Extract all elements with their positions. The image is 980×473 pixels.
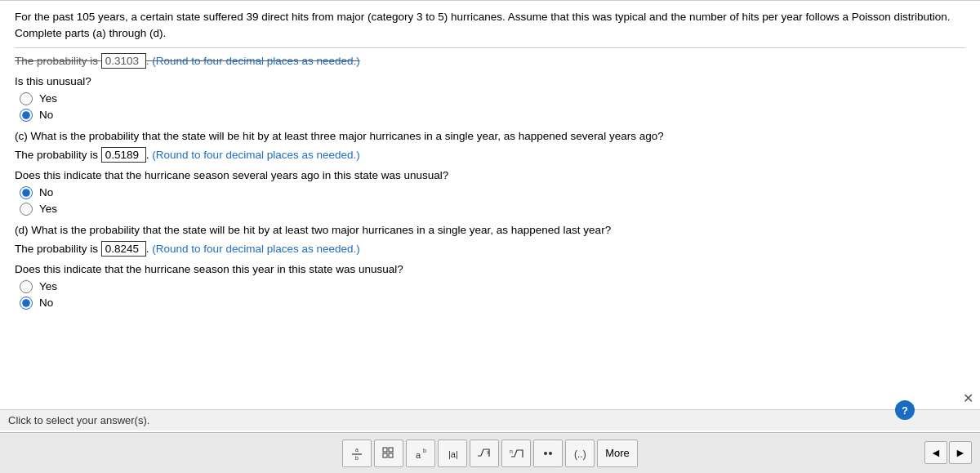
section-c-prob-label: The probability is bbox=[15, 149, 101, 161]
radio-item-yes-c[interactable]: Yes bbox=[20, 203, 965, 216]
svg-text:n: n bbox=[510, 448, 513, 454]
help-button[interactable]: ? bbox=[895, 400, 915, 420]
toolbar-btn-fraction[interactable]: a b bbox=[342, 440, 372, 467]
toolbar-btn-abs[interactable]: |a| bbox=[438, 440, 467, 467]
svg-text:a: a bbox=[355, 447, 359, 453]
radio-no-d-label: No bbox=[39, 297, 53, 309]
section-b-unusual: Is this unusual? Yes No bbox=[15, 75, 965, 122]
radio-item-no-c[interactable]: No bbox=[20, 186, 965, 199]
prev-icon: ◄ bbox=[930, 446, 942, 459]
question-header-text: For the past 105 years, a certain state … bbox=[15, 11, 951, 39]
toolbar-btn-superscript[interactable]: a b bbox=[406, 440, 435, 467]
click-to-select-bar: Click to select your answer(s). ? bbox=[0, 409, 980, 431]
radio-yes-c[interactable] bbox=[20, 203, 33, 216]
toolbar-more-button[interactable]: More bbox=[597, 440, 638, 467]
section-d-unusual-q: Does this indicate that the hurricane se… bbox=[15, 263, 965, 275]
paren-icon: (..) bbox=[572, 445, 588, 462]
unusual-question-b: Is this unusual? bbox=[15, 75, 965, 87]
radio-no-d[interactable] bbox=[20, 297, 33, 310]
radio-yes-c-label: Yes bbox=[39, 203, 57, 215]
matrix-icon bbox=[381, 445, 397, 462]
toolbar-btn-dot[interactable] bbox=[533, 440, 563, 467]
section-b-prob: The probability is 0.3103. (Round to fou… bbox=[15, 53, 965, 69]
question-header: For the past 105 years, a certain state … bbox=[15, 9, 965, 48]
svg-rect-3 bbox=[383, 448, 387, 452]
section-d-prob-line: The probability is 0.8245. (Round to fou… bbox=[15, 241, 965, 257]
prev-button[interactable]: ◄ bbox=[924, 441, 947, 464]
dot-icon bbox=[540, 445, 556, 462]
svg-text:a: a bbox=[416, 450, 421, 460]
section-d-round-note: (Round to four decimal places as needed.… bbox=[152, 243, 359, 255]
radio-item-no-d[interactable]: No bbox=[20, 297, 965, 310]
svg-text:b: b bbox=[355, 455, 359, 461]
section-d-prob-value: 0.8245 bbox=[101, 241, 146, 257]
round-note-b: (Round to four decimal places as needed.… bbox=[152, 55, 359, 67]
abs-icon: |a| bbox=[444, 445, 461, 462]
section-d: (d) What is the probability that the sta… bbox=[15, 224, 965, 310]
nthroot-icon: n bbox=[508, 445, 524, 462]
radio-yes-b[interactable] bbox=[20, 92, 33, 105]
radio-no-c[interactable] bbox=[20, 186, 33, 199]
section-c-prob-value: 0.5189 bbox=[101, 147, 146, 163]
section-c-prob-line: The probability is 0.5189. (Round to fou… bbox=[15, 147, 965, 163]
sqrt-icon: x bbox=[476, 445, 492, 462]
toolbar-btn-paren[interactable]: (..) bbox=[565, 440, 595, 467]
section-c-unusual-q: Does this indicate that the hurricane se… bbox=[15, 169, 965, 181]
toolbar-btn-sqrt[interactable]: x bbox=[470, 440, 499, 467]
svg-text:(..): (..) bbox=[574, 448, 586, 460]
section-d-prob-label: The probability is bbox=[15, 243, 101, 255]
svg-text:|a|: |a| bbox=[448, 449, 458, 459]
prob-value-b: 0.3103 bbox=[101, 53, 146, 69]
section-c: (c) What is the probability that the sta… bbox=[15, 130, 965, 216]
toolbar-btn-nthroot[interactable]: n bbox=[501, 440, 531, 467]
radio-group-d: Yes No bbox=[20, 280, 965, 310]
svg-point-12 bbox=[544, 452, 547, 455]
toolbar-center: a b a b |a| bbox=[342, 440, 638, 467]
svg-rect-4 bbox=[389, 448, 393, 452]
toolbar-btn-matrix[interactable] bbox=[374, 440, 403, 467]
prob-label-b: The probability is bbox=[15, 55, 101, 67]
radio-item-yes-d[interactable]: Yes bbox=[20, 280, 965, 293]
section-d-question: (d) What is the probability that the sta… bbox=[15, 224, 965, 236]
radio-item-no-b[interactable]: No bbox=[20, 109, 965, 122]
close-button[interactable]: ✕ bbox=[963, 390, 973, 406]
radio-group-c: No Yes bbox=[20, 186, 965, 216]
radio-yes-d-label: Yes bbox=[39, 280, 57, 292]
svg-point-13 bbox=[549, 452, 552, 455]
nav-arrows: ◄ ► bbox=[924, 432, 972, 473]
radio-yes-b-label: Yes bbox=[39, 92, 57, 105]
svg-rect-5 bbox=[383, 453, 387, 457]
section-c-question: (c) What is the probability that the sta… bbox=[15, 130, 965, 142]
radio-no-c-label: No bbox=[39, 186, 53, 199]
svg-text:b: b bbox=[423, 448, 426, 453]
radio-no-b[interactable] bbox=[20, 109, 33, 122]
fraction-icon: a b bbox=[349, 445, 365, 462]
scrolled-prob-line: The probability is 0.3103. (Round to fou… bbox=[15, 53, 965, 69]
bottom-toolbar: a b a b |a| bbox=[0, 432, 980, 473]
svg-text:x: x bbox=[487, 449, 490, 455]
radio-group-b: Yes No bbox=[20, 92, 965, 122]
section-c-round-note: (Round to four decimal places as needed.… bbox=[152, 149, 359, 161]
next-button[interactable]: ► bbox=[949, 441, 972, 464]
svg-rect-6 bbox=[389, 453, 393, 457]
superscript-icon: a b bbox=[412, 445, 429, 462]
click-to-select-text: Click to select your answer(s). bbox=[8, 414, 149, 426]
more-label: More bbox=[605, 447, 630, 459]
radio-item-yes-b[interactable]: Yes bbox=[20, 92, 965, 105]
radio-yes-d[interactable] bbox=[20, 280, 33, 293]
radio-no-b-label: No bbox=[39, 109, 53, 121]
next-icon: ► bbox=[955, 446, 966, 459]
